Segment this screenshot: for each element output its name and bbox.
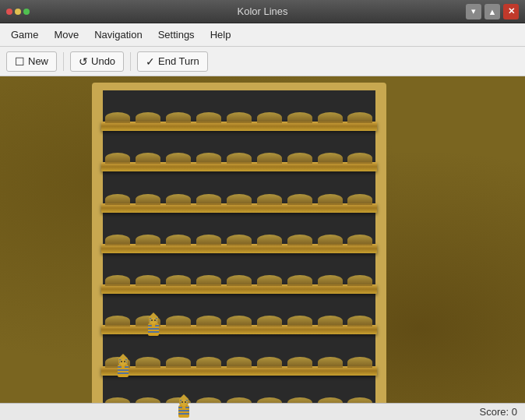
shelf-cell[interactable] [105,235,130,245]
shelf-cell[interactable] [196,275,221,286]
shelf-cell[interactable] [347,316,372,326]
shelf-cell[interactable] [287,316,312,326]
shelf-cell[interactable] [257,275,282,286]
shelf-cell[interactable] [257,112,282,123]
check-icon: ✓ [146,55,155,68]
shelf-cell[interactable] [347,194,372,205]
shelf-cell[interactable] [196,153,221,164]
shelf-cell[interactable] [227,357,252,368]
shelf-cell[interactable] [136,153,160,164]
shelf-cell[interactable] [166,194,191,205]
close-button[interactable]: ✕ [503,4,519,19]
figurine-0[interactable] [143,311,164,337]
shelf-row [103,213,375,253]
shelf-cell[interactable] [136,357,160,368]
shelf-cell[interactable] [318,153,343,164]
svg-point-32 [181,399,187,406]
shelf-cell[interactable] [347,153,372,164]
shelf-cell[interactable] [227,235,252,245]
shelf-row [103,171,375,212]
shelf-cell[interactable] [227,194,252,205]
shelf-cell[interactable] [287,235,312,245]
shelf-cell[interactable] [196,357,221,368]
shelf-cell[interactable] [287,194,312,205]
svg-point-9 [151,319,153,321]
shelf-cell[interactable] [166,112,191,123]
menu-help[interactable]: Help [203,26,239,44]
menu-bar: Game Move Navigation Settings Help [0,23,525,47]
shelf-cell[interactable] [227,275,252,286]
shelf-cell[interactable] [105,153,130,164]
shelf-cell[interactable] [287,275,312,286]
svg-rect-26 [178,410,189,411]
shelf-cell[interactable] [347,275,372,286]
separator-2 [130,52,131,71]
menu-game[interactable]: Game [3,26,46,44]
shelf-cell[interactable] [318,235,343,245]
shelf-cell[interactable] [227,112,252,123]
menu-move[interactable]: Move [46,26,86,44]
shelf-cell[interactable] [136,275,160,286]
new-icon: ☐ [15,55,25,68]
shelf-cell[interactable] [136,194,160,205]
shelf-cell[interactable] [196,194,221,205]
svg-point-20 [120,358,126,365]
shelf-cell[interactable] [318,275,343,286]
shelf-cell[interactable] [257,235,282,245]
shelf-cell[interactable] [347,112,372,123]
shelf-cell[interactable] [166,153,191,164]
shelf-cell[interactable] [136,112,160,123]
shelf-cells [103,194,375,205]
score-label: Score: [480,406,509,418]
shelf-cell[interactable] [136,235,160,245]
shelf-cell[interactable] [196,316,221,326]
svg-rect-2 [148,328,159,330]
shelf-cell[interactable] [166,357,191,368]
figurine-2[interactable] [174,393,194,419]
title-bar-controls[interactable]: ▾ ▲ ✕ [466,4,519,19]
undo-icon: ↺ [79,55,88,68]
new-button[interactable]: ☐ New [6,51,57,72]
shelf-cell[interactable] [318,194,343,205]
game-board[interactable] [92,83,386,420]
shelf-row [103,253,375,294]
shelf-cell[interactable] [166,235,191,245]
undo-label: Undo [91,55,115,67]
separator-1 [63,52,64,71]
shelf-cell[interactable] [196,112,221,123]
svg-point-21 [121,361,122,362]
shelf-cell[interactable] [227,316,252,326]
shelf-cell[interactable] [287,153,312,164]
shelf-cell[interactable] [318,112,343,123]
shelf-cells [103,235,375,245]
shelf-cell[interactable] [166,275,191,286]
shelf-cell[interactable] [105,316,130,326]
shelf-cells [103,275,375,286]
shelf-cell[interactable] [257,316,282,326]
end-turn-button[interactable]: ✓ End Turn [137,51,208,72]
undo-button[interactable]: ↺ Undo [70,51,124,72]
window-title: Kolor Lines [237,5,287,17]
shelf-cell[interactable] [287,112,312,123]
shelf-cell[interactable] [318,316,343,326]
shelf-cell[interactable] [227,153,252,164]
shelf-cell[interactable] [318,357,343,368]
shelf-cell[interactable] [347,357,372,368]
shelf-cell[interactable] [287,357,312,368]
svg-point-22 [124,361,125,362]
minimize-button[interactable]: ▾ [466,4,481,19]
figurine-1[interactable] [113,352,133,379]
shelf-cell[interactable] [105,112,130,123]
shelf-cell[interactable] [196,235,221,245]
shelf-cell[interactable] [166,316,191,326]
menu-navigation[interactable]: Navigation [86,26,150,44]
maximize-button[interactable]: ▲ [484,4,500,19]
menu-settings[interactable]: Settings [150,26,203,44]
shelf-cell[interactable] [105,275,130,286]
shelf-cell[interactable] [257,153,282,164]
shelf-cell[interactable] [347,235,372,245]
shelf-cell[interactable] [257,357,282,368]
shelf-cell[interactable] [105,194,130,205]
shelf-row [103,90,375,131]
shelf-cell[interactable] [257,194,282,205]
